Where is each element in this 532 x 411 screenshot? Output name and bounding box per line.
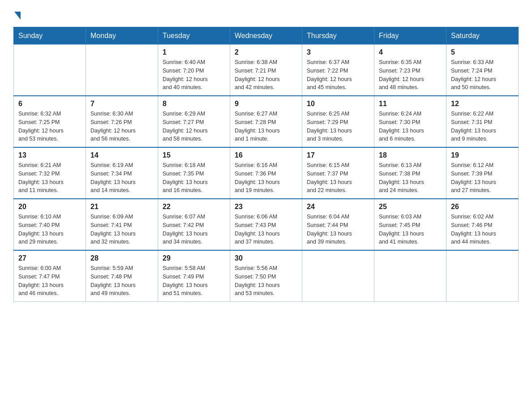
day-number: 28 — [90, 254, 153, 262]
day-info: Sunrise: 6:15 AM Sunset: 7:37 PM Dayligh… — [307, 161, 369, 195]
weekday-header-saturday: Saturday — [446, 27, 519, 45]
day-info: Sunrise: 6:12 AM Sunset: 7:39 PM Dayligh… — [451, 161, 514, 195]
day-info: Sunrise: 6:24 AM Sunset: 7:30 PM Dayligh… — [379, 110, 442, 143]
day-number: 19 — [451, 151, 514, 159]
calendar-cell — [374, 250, 446, 302]
calendar-cell: 27Sunrise: 6:00 AM Sunset: 7:47 PM Dayli… — [14, 250, 86, 302]
day-number: 3 — [307, 48, 369, 56]
calendar-cell: 14Sunrise: 6:19 AM Sunset: 7:34 PM Dayli… — [86, 147, 158, 199]
calendar-cell: 16Sunrise: 6:16 AM Sunset: 7:36 PM Dayli… — [230, 147, 302, 199]
calendar-cell: 7Sunrise: 6:30 AM Sunset: 7:26 PM Daylig… — [86, 96, 158, 147]
calendar-cell: 1Sunrise: 6:40 AM Sunset: 7:20 PM Daylig… — [158, 45, 230, 96]
calendar-header: SundayMondayTuesdayWednesdayThursdayFrid… — [14, 27, 519, 45]
calendar-cell: 19Sunrise: 6:12 AM Sunset: 7:39 PM Dayli… — [446, 147, 519, 199]
day-number: 29 — [163, 254, 225, 262]
day-number: 26 — [451, 203, 514, 211]
day-info: Sunrise: 6:40 AM Sunset: 7:20 PM Dayligh… — [163, 58, 225, 92]
day-info: Sunrise: 6:03 AM Sunset: 7:45 PM Dayligh… — [379, 213, 442, 246]
calendar-cell — [14, 45, 86, 96]
day-number: 2 — [235, 48, 297, 56]
calendar-cell: 3Sunrise: 6:37 AM Sunset: 7:22 PM Daylig… — [302, 45, 374, 96]
calendar-cell: 25Sunrise: 6:03 AM Sunset: 7:45 PM Dayli… — [374, 199, 446, 250]
day-number: 14 — [90, 151, 153, 159]
day-info: Sunrise: 5:59 AM Sunset: 7:48 PM Dayligh… — [90, 264, 153, 298]
day-number: 30 — [235, 254, 297, 262]
day-number: 21 — [90, 203, 153, 211]
calendar-week-1: 1Sunrise: 6:40 AM Sunset: 7:20 PM Daylig… — [14, 45, 519, 96]
day-info: Sunrise: 6:06 AM Sunset: 7:43 PM Dayligh… — [235, 213, 297, 246]
calendar-cell: 23Sunrise: 6:06 AM Sunset: 7:43 PM Dayli… — [230, 199, 302, 250]
day-info: Sunrise: 6:07 AM Sunset: 7:42 PM Dayligh… — [163, 213, 225, 246]
calendar-cell: 22Sunrise: 6:07 AM Sunset: 7:42 PM Dayli… — [158, 199, 230, 250]
day-info: Sunrise: 6:25 AM Sunset: 7:29 PM Dayligh… — [307, 110, 369, 143]
day-info: Sunrise: 6:32 AM Sunset: 7:25 PM Dayligh… — [18, 110, 81, 143]
calendar-table: SundayMondayTuesdayWednesdayThursdayFrid… — [13, 27, 519, 302]
weekday-header-friday: Friday — [374, 27, 446, 45]
day-info: Sunrise: 6:37 AM Sunset: 7:22 PM Dayligh… — [307, 58, 369, 92]
calendar-cell: 11Sunrise: 6:24 AM Sunset: 7:30 PM Dayli… — [374, 96, 446, 147]
calendar-cell — [446, 250, 519, 302]
logo-arrow-icon — [14, 12, 21, 20]
page-header — [13, 9, 519, 18]
day-number: 5 — [451, 48, 514, 56]
day-number: 10 — [307, 100, 369, 108]
day-number: 4 — [379, 48, 442, 56]
calendar-cell: 29Sunrise: 5:58 AM Sunset: 7:49 PM Dayli… — [158, 250, 230, 302]
day-number: 18 — [379, 151, 442, 159]
weekday-header-row: SundayMondayTuesdayWednesdayThursdayFrid… — [14, 27, 519, 45]
weekday-header-thursday: Thursday — [302, 27, 374, 45]
calendar-cell: 17Sunrise: 6:15 AM Sunset: 7:37 PM Dayli… — [302, 147, 374, 199]
day-number: 20 — [18, 203, 81, 211]
day-info: Sunrise: 6:18 AM Sunset: 7:35 PM Dayligh… — [163, 161, 225, 195]
day-number: 7 — [90, 100, 153, 108]
day-info: Sunrise: 6:13 AM Sunset: 7:38 PM Dayligh… — [379, 161, 442, 195]
day-number: 6 — [18, 100, 81, 108]
day-number: 22 — [163, 203, 225, 211]
day-info: Sunrise: 6:38 AM Sunset: 7:21 PM Dayligh… — [235, 58, 297, 92]
day-info: Sunrise: 6:21 AM Sunset: 7:32 PM Dayligh… — [18, 161, 81, 195]
day-info: Sunrise: 6:35 AM Sunset: 7:23 PM Dayligh… — [379, 58, 442, 92]
day-info: Sunrise: 6:04 AM Sunset: 7:44 PM Dayligh… — [307, 213, 369, 246]
weekday-header-monday: Monday — [86, 27, 158, 45]
calendar-cell: 13Sunrise: 6:21 AM Sunset: 7:32 PM Dayli… — [14, 147, 86, 199]
day-info: Sunrise: 6:27 AM Sunset: 7:28 PM Dayligh… — [235, 110, 297, 143]
weekday-header-sunday: Sunday — [14, 27, 86, 45]
day-number: 25 — [379, 203, 442, 211]
calendar-week-4: 20Sunrise: 6:10 AM Sunset: 7:40 PM Dayli… — [14, 199, 519, 250]
calendar-body: 1Sunrise: 6:40 AM Sunset: 7:20 PM Daylig… — [14, 45, 519, 302]
day-number: 27 — [18, 254, 81, 262]
day-info: Sunrise: 6:02 AM Sunset: 7:46 PM Dayligh… — [451, 213, 514, 246]
day-number: 23 — [235, 203, 297, 211]
calendar-cell: 10Sunrise: 6:25 AM Sunset: 7:29 PM Dayli… — [302, 96, 374, 147]
calendar-cell: 6Sunrise: 6:32 AM Sunset: 7:25 PM Daylig… — [14, 96, 86, 147]
day-info: Sunrise: 6:10 AM Sunset: 7:40 PM Dayligh… — [18, 213, 81, 246]
calendar-week-3: 13Sunrise: 6:21 AM Sunset: 7:32 PM Dayli… — [14, 147, 519, 199]
day-number: 15 — [163, 151, 225, 159]
calendar-cell: 28Sunrise: 5:59 AM Sunset: 7:48 PM Dayli… — [86, 250, 158, 302]
day-info: Sunrise: 6:00 AM Sunset: 7:47 PM Dayligh… — [18, 264, 81, 298]
calendar-cell — [86, 45, 158, 96]
calendar-cell: 4Sunrise: 6:35 AM Sunset: 7:23 PM Daylig… — [374, 45, 446, 96]
calendar-cell: 30Sunrise: 5:56 AM Sunset: 7:50 PM Dayli… — [230, 250, 302, 302]
calendar-cell: 2Sunrise: 6:38 AM Sunset: 7:21 PM Daylig… — [230, 45, 302, 96]
weekday-header-wednesday: Wednesday — [230, 27, 302, 45]
weekday-header-tuesday: Tuesday — [158, 27, 230, 45]
calendar-week-2: 6Sunrise: 6:32 AM Sunset: 7:25 PM Daylig… — [14, 96, 519, 147]
day-info: Sunrise: 5:56 AM Sunset: 7:50 PM Dayligh… — [235, 264, 297, 298]
day-number: 11 — [379, 100, 442, 108]
day-info: Sunrise: 6:09 AM Sunset: 7:41 PM Dayligh… — [90, 213, 153, 246]
day-info: Sunrise: 6:22 AM Sunset: 7:31 PM Dayligh… — [451, 110, 514, 143]
day-info: Sunrise: 5:58 AM Sunset: 7:49 PM Dayligh… — [163, 264, 225, 298]
calendar-cell: 9Sunrise: 6:27 AM Sunset: 7:28 PM Daylig… — [230, 96, 302, 147]
day-number: 12 — [451, 100, 514, 108]
day-number: 16 — [235, 151, 297, 159]
day-info: Sunrise: 6:33 AM Sunset: 7:24 PM Dayligh… — [451, 58, 514, 92]
day-number: 13 — [18, 151, 81, 159]
calendar-cell: 5Sunrise: 6:33 AM Sunset: 7:24 PM Daylig… — [446, 45, 519, 96]
calendar-cell: 8Sunrise: 6:29 AM Sunset: 7:27 PM Daylig… — [158, 96, 230, 147]
day-info: Sunrise: 6:19 AM Sunset: 7:34 PM Dayligh… — [90, 161, 153, 195]
day-number: 1 — [163, 48, 225, 56]
calendar-cell: 21Sunrise: 6:09 AM Sunset: 7:41 PM Dayli… — [86, 199, 158, 250]
day-info: Sunrise: 6:30 AM Sunset: 7:26 PM Dayligh… — [90, 110, 153, 143]
calendar-cell: 15Sunrise: 6:18 AM Sunset: 7:35 PM Dayli… — [158, 147, 230, 199]
